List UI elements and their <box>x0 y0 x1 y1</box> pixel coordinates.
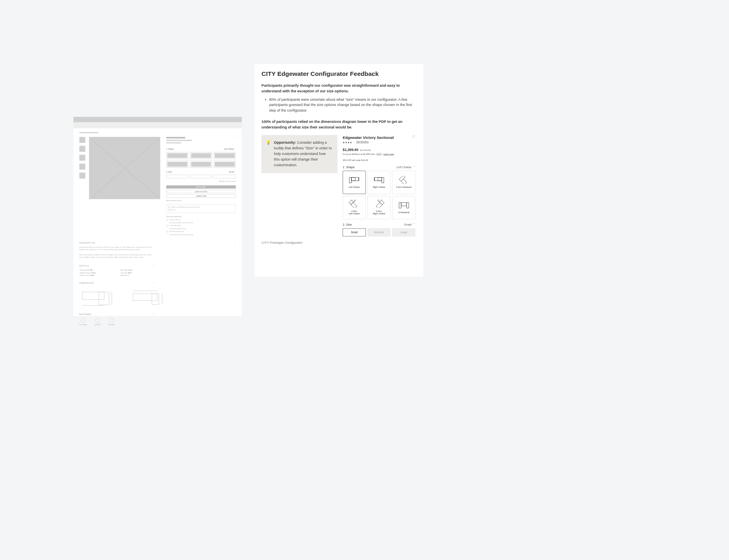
wf-ship-note: Need it delivered sooner? <box>166 200 236 202</box>
wf-features-header: FEATURES⌃ <box>79 313 155 315</box>
opportunity-label: Opportunity: <box>274 141 296 145</box>
shape-2arm-sectional[interactable]: 2 Arm Sectional <box>392 171 415 194</box>
wf-step1-row: 1. ShapeLeft Chaise ⌃ <box>166 148 236 150</box>
favorite-heart-icon[interactable]: ♡ <box>412 135 415 139</box>
wf-shape-grid <box>166 152 236 168</box>
shape-2arm-left-chaise[interactable]: 2 ArmLeft Chaise <box>343 196 366 219</box>
size-medium[interactable]: Medium <box>368 228 390 236</box>
feedback-bullets: 80% of participants were uncertain about… <box>261 97 417 113</box>
step-shape-header[interactable]: 1. Shape Left Chaise⌃ <box>343 165 415 169</box>
wf-main-image <box>89 137 160 199</box>
wf-delivery-header: Select Delivery Assembly <box>166 216 236 217</box>
configurator-mock: Edgewater Victory Sectional ♡ ★★★★☆ 256 … <box>343 135 415 236</box>
opportunity-callout: 💡 Opportunity: Consider adding a tooltip… <box>261 135 337 173</box>
star-rating: ★★★★☆ <box>343 141 355 144</box>
chevron-up-icon: ⌃ <box>413 223 415 226</box>
shape-label: 2 ArmLeft Chaise <box>349 210 359 215</box>
size-grid: Small Medium Large <box>343 228 415 236</box>
heart-icon: ♡ <box>234 136 236 139</box>
svg-rect-16 <box>399 176 405 181</box>
price-original: $1,499.90 <box>360 149 371 152</box>
svg-rect-24 <box>399 203 401 208</box>
wf-price-line <box>166 143 181 144</box>
svg-rect-14 <box>378 177 382 181</box>
svg-rect-4 <box>133 293 157 301</box>
svg-rect-10 <box>351 177 355 181</box>
svg-rect-5 <box>152 293 159 304</box>
shape-left-chaise[interactable]: Left Chaise <box>343 171 366 194</box>
svg-rect-8 <box>349 177 351 183</box>
wf-step2-row: 2. SizeSmall ⌃ <box>166 171 236 173</box>
lightbulb-icon: 💡 <box>266 140 271 145</box>
price: $1,399.90$1,499.90 <box>343 148 415 152</box>
shape-right-chaise[interactable]: Right Chaise <box>368 171 390 194</box>
learn-more-link[interactable]: Learn more <box>384 153 394 155</box>
wf-browser-bar <box>74 117 242 122</box>
shape-2arm-right-chaise[interactable]: 2 ArmRight Chaise <box>368 196 390 219</box>
shape-label: 2 ArmRight Chaise <box>373 210 385 215</box>
wf-see-studio: ◎ SEE IT IN STUDIO <box>166 190 236 193</box>
wf-info-box: Based on availability your item ships in… <box>166 204 236 213</box>
wf-rating-line <box>166 140 192 141</box>
wf-product-title <box>166 137 185 138</box>
feedback-bullet-1: 80% of participants were uncertain about… <box>269 97 417 113</box>
wf-availability: Available to ship in 2 weeks <box>166 181 236 182</box>
svg-rect-23 <box>378 200 382 202</box>
svg-rect-12 <box>382 177 384 183</box>
svg-rect-22 <box>376 202 382 208</box>
svg-rect-20 <box>352 200 356 202</box>
product-name: Edgewater Victory Sectional <box>343 135 394 140</box>
wf-details-grid: Seating width: 80inArm width: weird Seat… <box>79 269 155 277</box>
svg-rect-1 <box>99 292 109 305</box>
svg-rect-0 <box>83 292 104 299</box>
financing-line: As low as $134/mo at 0% APR with affirm … <box>343 153 415 155</box>
size-large[interactable]: Large <box>392 228 415 236</box>
shape-grid: Left Chaise Right Chaise 2 Arm Sectional… <box>343 171 415 219</box>
wf-add-to-cart: ADD TO CART <box>166 185 236 189</box>
promo-line: 30% OFF with code FALL20 <box>343 159 415 161</box>
chevron-up-icon: ⌃ <box>413 165 415 168</box>
svg-rect-17 <box>401 179 406 184</box>
feedback-sublead: 100% of participants relied on the dimen… <box>261 119 417 130</box>
svg-rect-25 <box>406 203 408 208</box>
reviews-link[interactable]: 256 Reviews <box>356 141 369 143</box>
step-size-header[interactable]: 2. Size Small⌃ <box>343 223 415 226</box>
feedback-title: CITY Edgewater Configurator Feedback <box>261 70 417 77</box>
wf-breadcrumb <box>79 132 98 133</box>
wf-features-row: Free delivery USB Port Removable <box>79 318 236 326</box>
size-small[interactable]: Small <box>343 228 366 236</box>
wf-desc-text: Lorem ipsum dolor sit amet lorem. Proin … <box>79 246 155 259</box>
shape-u-sectional[interactable]: U-Sectional <box>392 196 415 219</box>
svg-rect-26 <box>401 203 406 206</box>
wf-thumbnails <box>79 137 85 236</box>
wf-details-header: DETAILS⌃ <box>79 265 155 267</box>
wf-share: ⇪ SHARE & SAVE <box>166 195 236 198</box>
wf-dims-diagrams <box>79 287 236 307</box>
wf-dims-header: DIMENSIONS⌃ <box>79 282 155 284</box>
svg-rect-19 <box>351 202 357 208</box>
wf-size-grid <box>166 175 236 178</box>
feedback-panel: CITY Edgewater Configurator Feedback Par… <box>255 64 424 277</box>
wf-desc-header: DESCRIPTION⌃ <box>79 242 236 244</box>
feedback-lead: Participants primarily thought our confi… <box>261 83 417 94</box>
configurator-caption: CITY Prototype Configurator <box>261 236 417 244</box>
wf-nav-bar <box>74 122 242 128</box>
wf-delivery-options: Fast Free Delivery Lorem ipsum dolor sit… <box>166 219 236 236</box>
wireframe-panel: ♡ 1. ShapeLeft Chaise ⌃ 2. SizeSmall ⌃ A… <box>74 117 242 316</box>
